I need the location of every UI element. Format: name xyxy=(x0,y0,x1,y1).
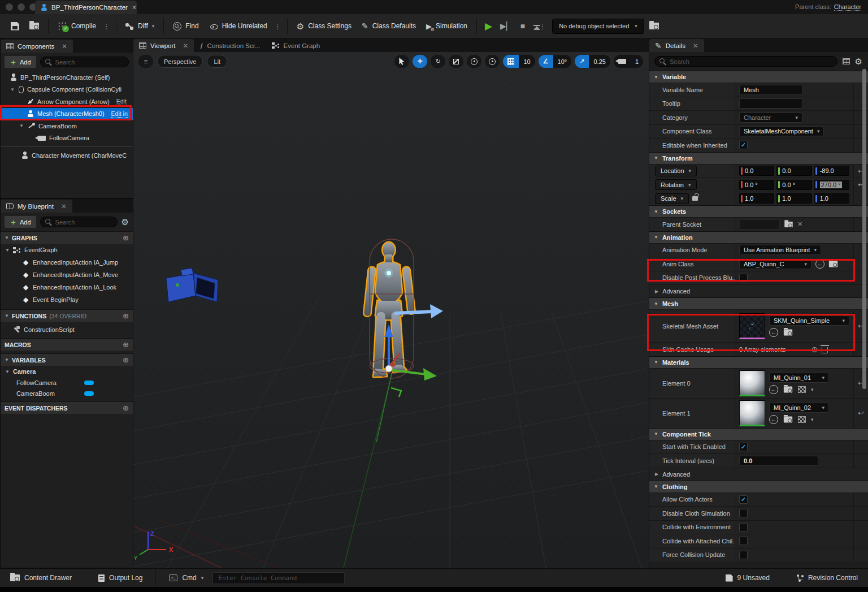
tab-components[interactable]: Components✕ xyxy=(1,40,73,53)
material-1-dropdown[interactable]: MI_Quinn_02▾ xyxy=(769,403,829,413)
stop-button[interactable]: ■ xyxy=(517,21,529,31)
category-dropdown[interactable]: Character▾ xyxy=(739,113,802,123)
section-materials[interactable]: ▼Materials xyxy=(649,356,868,368)
display-options-icon[interactable] xyxy=(843,58,850,64)
section-mesh[interactable]: ▼Mesh xyxy=(649,297,868,309)
debug-browse-button[interactable] xyxy=(644,17,664,35)
component-class-dropdown[interactable]: SkeletalMeshComponent▾ xyxy=(739,126,824,136)
section-sockets[interactable]: ▼Sockets xyxy=(649,205,868,217)
blueprint-settings-gear-icon[interactable]: ⚙ xyxy=(121,218,129,226)
scale-x-field[interactable]: 1.0 xyxy=(739,193,774,204)
tree-item-arrow[interactable]: Arrow Component (Arrow) Edit xyxy=(1,96,133,108)
tree-item-self[interactable]: BP_ThirdPersonCharacter (Self) xyxy=(1,71,133,84)
viewport-menu-button[interactable]: ≡ xyxy=(138,55,153,68)
unsaved-button[interactable]: 9 Unsaved xyxy=(721,571,774,585)
save-button[interactable] xyxy=(6,17,24,35)
function-item-constructionscript[interactable]: ConstructionScript xyxy=(1,323,133,336)
anim-class-dropdown[interactable]: ABP_Quinn_C▾ xyxy=(739,259,811,269)
scale-snap-value[interactable]: 0.25 xyxy=(589,55,610,68)
window-close-button[interactable] xyxy=(6,3,13,11)
details-search-input[interactable] xyxy=(670,58,832,65)
material-1-thumbnail[interactable] xyxy=(739,400,765,426)
skeletal-mesh-thumbnail[interactable] xyxy=(739,313,765,339)
texture-options-icon[interactable] xyxy=(798,386,806,393)
parent-socket-field[interactable] xyxy=(739,219,780,230)
macros-section-header[interactable]: MACROS⊕ xyxy=(1,338,133,351)
coordinate-space-button[interactable] xyxy=(467,55,481,68)
tab-my-blueprint[interactable]: My Blueprint✕ xyxy=(1,200,72,213)
graph-item-ia-jump[interactable]: ◆EnhancedInputAction IA_Jump xyxy=(1,256,133,269)
tab-details[interactable]: ✎ Details✕ xyxy=(649,39,704,52)
scale-snap-toggle[interactable]: ↗ xyxy=(575,55,589,68)
scale-dropdown[interactable]: Scale▾ xyxy=(655,193,689,204)
tree-item-mesh[interactable]: Mesh (CharacterMesh0) Edit in xyxy=(1,108,133,120)
disable-post-process-checkbox[interactable] xyxy=(739,274,748,282)
find-button[interactable]: Find xyxy=(168,17,203,35)
add-array-element-icon[interactable]: ⊕ xyxy=(811,345,818,354)
graph-item-beginplay[interactable]: ◆Event BeginPlay xyxy=(1,293,133,306)
add-dispatcher-icon[interactable]: ⊕ xyxy=(123,404,129,412)
tab-construction-script[interactable]: ƒ Construction Scr... xyxy=(194,39,266,52)
edit-link[interactable]: Edit xyxy=(116,98,127,105)
tab-event-graph[interactable]: Event Graph xyxy=(266,39,326,52)
section-animation[interactable]: ▼Animation xyxy=(649,231,868,243)
section-clothing[interactable]: ▼Clothing xyxy=(649,481,868,492)
tree-item-cameraboom[interactable]: ▼ CameraBoom xyxy=(1,120,133,132)
chevron-down-icon[interactable]: ▾ xyxy=(811,387,814,392)
use-selected-asset-icon[interactable]: ← xyxy=(815,260,824,269)
add-variable-icon[interactable]: ⊕ xyxy=(123,356,129,364)
content-drawer-button[interactable]: Content Drawer xyxy=(6,571,76,585)
rotation-snap-value[interactable]: 10° xyxy=(553,55,572,68)
material-1-revert-icon[interactable]: ↩ xyxy=(853,399,868,428)
tree-item-followcamera[interactable]: FollowCamera xyxy=(1,132,133,145)
components-search-input[interactable] xyxy=(55,59,124,66)
variable-item-followcamera[interactable]: FollowCamera xyxy=(1,377,133,388)
section-variable[interactable]: ▼Variable xyxy=(649,71,868,83)
cmd-dropdown[interactable]: Cmd▾ xyxy=(164,571,208,585)
diff-button[interactable]: Diff▾ xyxy=(120,17,159,35)
animation-advanced-row[interactable]: ▶Advanced xyxy=(649,284,868,297)
socket-clear-icon[interactable]: ✕ xyxy=(797,221,802,228)
tick-interval-field[interactable]: 0.0 xyxy=(739,456,818,466)
scale-z-field[interactable]: 1.0 xyxy=(814,193,849,204)
details-settings-gear-icon[interactable]: ⚙ xyxy=(855,57,862,66)
play-button[interactable]: ▶ xyxy=(481,20,496,32)
output-log-button[interactable]: Output Log xyxy=(94,571,147,585)
graph-item-ia-move[interactable]: ◆EnhancedInputAction IA_Move xyxy=(1,269,133,281)
console-command-input[interactable] xyxy=(212,572,345,584)
functions-section-header[interactable]: ▼FUNCTIONS (34 OVERRID ⊕ xyxy=(1,309,133,322)
close-icon[interactable]: ✕ xyxy=(61,202,67,210)
components-search[interactable] xyxy=(40,57,129,67)
add-macro-icon[interactable]: ⊕ xyxy=(123,340,129,349)
section-component-tick[interactable]: ▼Component Tick xyxy=(649,428,868,440)
tick-advanced-row[interactable]: ▶Advanced xyxy=(649,468,868,481)
close-icon[interactable]: ✕ xyxy=(693,42,698,50)
viewport-3d-scene[interactable]: Z X Y xyxy=(133,52,649,568)
my-blueprint-search-input[interactable] xyxy=(55,219,112,226)
animation-mode-dropdown[interactable]: Use Animation Blueprint▾ xyxy=(739,245,821,255)
location-y-field[interactable]: 0.0 xyxy=(776,166,811,176)
use-selected-asset-icon[interactable]: ← xyxy=(769,328,778,337)
asset-tab[interactable]: BP_ThirdPersonCharacter ✕ xyxy=(35,1,137,14)
rotation-snap-toggle[interactable]: ∠ xyxy=(539,55,553,68)
revision-control-button[interactable]: Revision Control xyxy=(792,571,862,585)
browse-to-asset-icon[interactable] xyxy=(784,386,792,392)
graph-item-eventgraph[interactable]: ▼ EventGraph xyxy=(1,244,133,256)
perspective-dropdown[interactable]: Perspective xyxy=(157,55,203,68)
details-search[interactable] xyxy=(654,56,837,67)
camera-speed-value[interactable]: 1 xyxy=(631,55,643,68)
close-icon[interactable]: ✕ xyxy=(62,42,67,50)
rotation-dropdown[interactable]: Rotation▾ xyxy=(655,179,697,190)
lit-dropdown[interactable]: Lit xyxy=(207,55,227,68)
debug-object-dropdown[interactable]: No debug object selected▾ xyxy=(552,19,644,34)
use-selected-asset-icon[interactable]: ← xyxy=(769,415,778,424)
material-0-thumbnail[interactable] xyxy=(739,370,765,396)
browse-to-asset-icon[interactable] xyxy=(784,416,792,422)
scale-y-field[interactable]: 1.0 xyxy=(776,193,811,204)
compile-options-icon[interactable]: ⋮ xyxy=(101,22,112,31)
graph-item-ia-look[interactable]: ◆EnhancedInputAction IA_Look xyxy=(1,281,133,293)
tree-item-capsule[interactable]: ▼ Capsule Component (CollisionCyli xyxy=(1,84,133,96)
details-scrollbar[interactable] xyxy=(862,69,866,389)
parent-class-link[interactable]: Character xyxy=(834,3,861,11)
camera-speed-toggle[interactable] xyxy=(614,55,631,68)
